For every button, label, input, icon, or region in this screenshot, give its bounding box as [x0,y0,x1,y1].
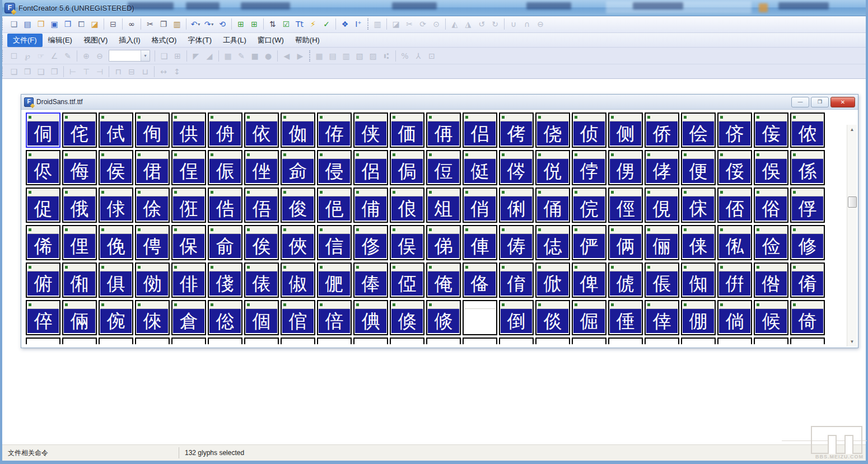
glyph-cell[interactable]: 俎 [426,188,461,223]
glyph-cell[interactable]: 俵 [244,263,279,298]
glyph-cell[interactable]: 倔 [572,300,606,335]
print-icon[interactable]: ⊟ [107,18,119,30]
menu-tools[interactable]: 工具(L) [217,34,252,47]
glyph-cell[interactable]: 侸 [426,150,461,185]
glyph-cell[interactable]: 侴 [281,150,315,185]
glyph-cell[interactable]: 個 [244,300,279,335]
glyph-cell[interactable]: 侠 [353,113,388,148]
glyph-cell[interactable]: 俴 [208,263,242,298]
glyph-cell[interactable]: 俽 [535,263,570,298]
glyph-cell[interactable]: 倈 [135,300,170,335]
glyph-cell[interactable]: 俨 [572,225,606,260]
glyph-cell[interactable]: 倉 [171,300,206,335]
menu-insert[interactable]: 插入(I) [113,34,146,47]
save-icon[interactable]: ▣ [48,18,60,30]
glyph-cell[interactable]: 俥 [463,225,497,260]
undo-icon[interactable]: ↶▾ [189,18,202,30]
test-font-icon[interactable]: Tt [293,18,306,30]
glyph-cell[interactable]: 侤 [499,113,534,148]
glyph-cell[interactable]: 俠 [281,225,315,260]
glyph-cell[interactable]: 俬 [717,225,752,260]
glyph-cell[interactable]: 侦 [572,113,606,148]
menu-window[interactable]: 窗口(W) [252,34,290,47]
glyph-cell[interactable]: 侜 [208,113,242,148]
glyph-cell[interactable]: 侱 [171,150,206,185]
glyph-cell[interactable]: 侵 [317,150,352,185]
glyph-cell[interactable]: 促 [26,188,60,223]
glyph-cell[interactable]: 倌 [281,300,315,335]
glyph-cell[interactable]: 俩 [608,225,643,260]
document-titlebar[interactable]: F DroidSans.ttf.ttf — ❐ ✕ [21,95,858,110]
glyph-cell[interactable]: 倃 [754,263,788,298]
glyph-cell[interactable]: 俔 [645,188,679,223]
menu-view[interactable]: 视图(V) [78,34,113,47]
validate-icon[interactable]: ✓ [320,18,333,30]
glyph-cell[interactable]: 保 [171,225,206,260]
glyph-cell[interactable]: 俦 [499,225,534,260]
folder-icon[interactable]: ◪ [88,18,101,30]
insert-caret-icon[interactable]: I⁺ [352,18,365,30]
glyph-cell[interactable]: 倆 [62,300,97,335]
glyph-cell[interactable]: 俫 [681,225,716,260]
glyph-cell[interactable]: 修 [790,225,825,260]
glyph-cell[interactable]: 便 [681,150,716,185]
glyph-cell[interactable]: 侰 [135,150,170,185]
glyph-cell[interactable]: 侺 [499,150,534,185]
glyph-cell[interactable]: 俄 [62,188,97,223]
glyph-cell[interactable]: 俱 [99,263,133,298]
glyph-cell[interactable]: 倐 [426,300,461,335]
cut-icon[interactable]: ✂ [144,18,156,30]
revert-icon[interactable]: ⟲ [216,18,228,30]
glyph-cell[interactable]: 俆 [135,188,170,223]
copy-icon[interactable]: ❐ [157,18,170,30]
insert-glyphs-icon[interactable]: ⊞ [235,18,247,30]
glyph-cell[interactable]: 俚 [62,225,97,260]
glyph-cell[interactable]: 侧 [608,113,643,148]
glyph-cell[interactable]: 倂 [717,263,752,298]
glyph-cell[interactable]: 侫 [754,113,788,148]
glyph-cell[interactable]: 侬 [790,113,825,148]
menu-edit[interactable]: 编辑(E) [43,34,78,47]
codepoints-checkbox-icon[interactable]: ☑ [280,18,292,30]
font-overview-icon[interactable]: ▤ [21,18,34,30]
glyph-cell[interactable]: 俹 [390,263,424,298]
new-font-icon[interactable]: ❏ [8,18,20,30]
glyph-cell[interactable]: 俻 [463,263,497,298]
vertical-scrollbar-thumb[interactable] [848,196,857,208]
glyph-cell[interactable]: 倄 [790,263,825,298]
menu-font[interactable]: 字体(T) [182,34,217,47]
glyph-cell[interactable]: 侨 [645,113,679,148]
toolbar-grip[interactable] [2,67,4,77]
glyph-cell[interactable]: 侟 [317,113,352,148]
glyph-cell[interactable]: 俊 [281,188,315,223]
glyph-cell[interactable]: 俖 [717,188,752,223]
glyph-cell[interactable]: 俤 [426,225,461,260]
glyph-cell[interactable]: 侽 [608,150,643,185]
glyph-cell[interactable]: 俸 [353,263,388,298]
glyph-cell[interactable]: 俯 [26,263,60,298]
glyph-cell[interactable]: 俋 [317,188,352,223]
glyph-cell[interactable]: 俁 [754,150,788,185]
glyph-cell[interactable]: 俐 [499,188,534,223]
glyph-cell[interactable]: 俷 [317,263,352,298]
glyph-cell[interactable]: 俪 [645,225,679,260]
glyph-cell[interactable]: 俣 [390,225,424,260]
glyph-cell[interactable]: 侗 [26,113,60,148]
glyph-cell[interactable]: 侙 [99,113,133,148]
glyph-cell[interactable]: 俟 [244,225,279,260]
glyph-cell[interactable]: 信 [317,225,352,260]
glyph-cell[interactable]: 俞 [208,225,242,260]
glyph-cell[interactable]: 倒 [499,300,534,335]
glyph-cell[interactable]: 侩 [681,113,716,148]
glyph-cell[interactable]: 侮 [62,150,97,185]
glyph-cell[interactable]: 倏 [390,300,424,335]
glyph-cell[interactable]: 侚 [135,113,170,148]
glyph-cell[interactable]: 俼 [499,263,534,298]
glyph-cell[interactable]: 倕 [608,300,643,335]
toolbar-grip[interactable] [2,35,4,45]
redo-icon[interactable]: ↷▾ [203,18,215,30]
glyph-cell[interactable]: 俓 [608,188,643,223]
glyph-cell[interactable]: 俺 [426,263,461,298]
document-minimize-button[interactable]: — [791,97,809,107]
glyph-cell[interactable]: 価 [390,113,424,148]
